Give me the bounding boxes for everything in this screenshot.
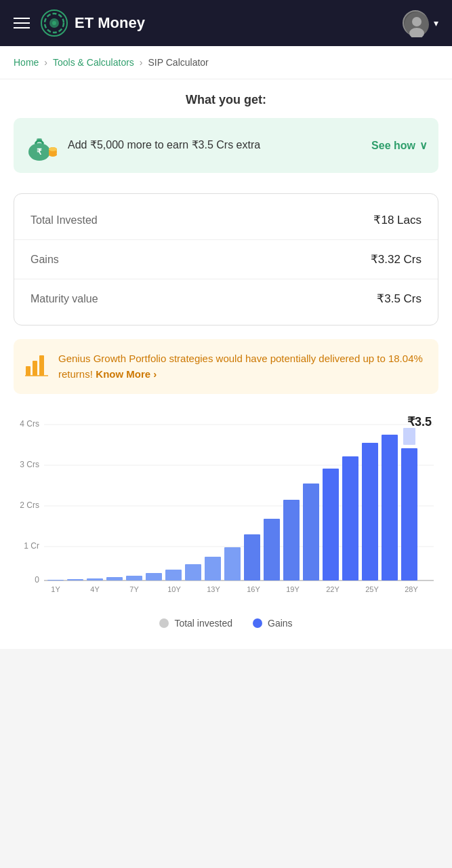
breadcrumb-sep-2: › — [140, 57, 143, 68]
svg-rect-34 — [146, 573, 162, 580]
bar-chart-svg: 4 Crs 3 Crs 2 Crs 1 Cr 0 — [14, 414, 438, 604]
header-right: ▾ — [403, 10, 438, 36]
svg-text:0: 0 — [35, 575, 39, 585]
see-how-label: See how — [371, 140, 415, 152]
total-invested-value: ₹18 Lacs — [373, 213, 422, 227]
svg-rect-32 — [106, 577, 123, 580]
svg-rect-31 — [87, 578, 103, 580]
know-more-link[interactable]: Know More › — [96, 368, 157, 380]
total-invested-row: Total Invested ₹18 Lacs — [14, 201, 438, 240]
chart-wrapper: ₹3.5 4 Crs 3 Crs 2 Crs 1 Cr 0 — [14, 414, 438, 607]
legend-gains-label: Gains — [268, 618, 293, 629]
legend-invested: Total invested — [159, 618, 232, 629]
app-header: ET Money ▾ — [0, 0, 452, 46]
svg-text:10Y: 10Y — [167, 585, 181, 593]
breadcrumb-sep-1: › — [44, 57, 47, 68]
legend-dot-invested — [159, 618, 169, 628]
svg-point-14 — [49, 147, 57, 151]
earn-more-banner: ₹ Add ₹5,000 more to earn ₹3.5 Crs extra… — [14, 118, 438, 173]
breadcrumb-current: SIP Calculator — [148, 57, 209, 68]
svg-text:₹: ₹ — [37, 147, 42, 157]
genius-text-container: Genius Growth Portfolio strategies would… — [58, 351, 428, 382]
svg-rect-8 — [37, 138, 42, 142]
svg-text:16Y: 16Y — [247, 585, 260, 593]
svg-rect-36 — [185, 564, 201, 580]
what-you-get-title: What you get: — [14, 93, 438, 107]
svg-text:2 Crs: 2 Crs — [20, 500, 39, 510]
what-you-get-section: What you get: ₹ Add ₹5,000 — [0, 79, 452, 193]
svg-rect-29 — [47, 580, 64, 580]
avatar[interactable] — [403, 10, 428, 36]
logo-container: ET Money — [41, 9, 145, 37]
svg-rect-47 — [401, 448, 417, 580]
header-left: ET Money — [14, 9, 145, 37]
genius-banner: Genius Growth Portfolio strategies would… — [14, 339, 438, 394]
svg-rect-38 — [224, 547, 241, 580]
gains-value: ₹3.32 Crs — [371, 252, 422, 267]
chevron-down-icon[interactable]: ▾ — [434, 18, 438, 28]
banner-text: Add ₹5,000 more to earn ₹3.5 Crs extra — [68, 138, 260, 153]
svg-rect-30 — [67, 579, 83, 580]
gains-row: Gains ₹3.32 Crs — [14, 240, 438, 279]
svg-rect-46 — [382, 435, 398, 580]
know-more-arrow: › — [153, 368, 157, 380]
maturity-value: ₹3.5 Crs — [377, 292, 422, 306]
chart-section: ₹3.5 4 Crs 3 Crs 2 Crs 1 Cr 0 — [0, 408, 452, 649]
legend-dot-gains — [253, 618, 262, 628]
gains-label: Gains — [30, 254, 59, 266]
stats-card: Total Invested ₹18 Lacs Gains ₹3.32 Crs … — [14, 193, 438, 326]
breadcrumb: Home › Tools & Calculators › SIP Calcula… — [0, 46, 452, 79]
svg-rect-42 — [303, 484, 319, 580]
legend-gains: Gains — [253, 618, 293, 629]
breadcrumb-home[interactable]: Home — [14, 57, 39, 68]
money-bag-icon: ₹ — [24, 130, 58, 161]
brand-name: ET Money — [75, 14, 145, 32]
svg-text:22Y: 22Y — [326, 585, 340, 593]
svg-rect-15 — [26, 366, 30, 376]
svg-text:3 Crs: 3 Crs — [20, 460, 39, 469]
svg-text:1 Cr: 1 Cr — [24, 541, 39, 551]
svg-rect-41 — [283, 500, 300, 580]
svg-rect-43 — [323, 469, 339, 580]
breadcrumb-tools[interactable]: Tools & Calculators — [53, 57, 134, 68]
banner-left: ₹ Add ₹5,000 more to earn ₹3.5 Crs extra — [24, 130, 260, 161]
svg-rect-17 — [39, 355, 44, 376]
svg-text:7Y: 7Y — [129, 585, 139, 593]
see-how-chevron-icon: ∨ — [419, 139, 428, 152]
menu-button[interactable] — [14, 18, 30, 28]
svg-text:4Y: 4Y — [90, 585, 100, 593]
svg-rect-35 — [165, 570, 182, 580]
bar-chart-icon — [24, 353, 49, 377]
svg-rect-40 — [264, 519, 280, 580]
svg-rect-45 — [362, 443, 378, 580]
logo-icon — [41, 9, 68, 37]
legend-invested-label: Total invested — [174, 618, 232, 629]
svg-rect-33 — [126, 576, 142, 580]
main-content: What you get: ₹ Add ₹5,000 — [0, 79, 452, 649]
svg-rect-44 — [342, 456, 358, 580]
chart-price-label: ₹3.5 — [407, 414, 432, 429]
chart-legend: Total invested Gains — [14, 607, 438, 635]
svg-text:4 Crs: 4 Crs — [20, 419, 39, 429]
total-invested-label: Total Invested — [30, 214, 98, 226]
svg-text:28Y: 28Y — [405, 585, 418, 593]
svg-text:13Y: 13Y — [207, 585, 220, 593]
svg-rect-16 — [33, 361, 37, 376]
maturity-row: Maturity value ₹3.5 Crs — [14, 279, 438, 318]
svg-text:1Y: 1Y — [51, 585, 60, 593]
svg-rect-37 — [205, 557, 221, 580]
maturity-label: Maturity value — [30, 293, 98, 305]
see-how-button[interactable]: See how ∨ — [371, 139, 428, 152]
svg-text:25Y: 25Y — [365, 585, 379, 593]
svg-point-5 — [412, 17, 422, 26]
svg-point-3 — [52, 21, 56, 25]
svg-rect-48 — [403, 428, 415, 445]
svg-text:19Y: 19Y — [286, 585, 300, 593]
svg-rect-39 — [244, 534, 260, 580]
